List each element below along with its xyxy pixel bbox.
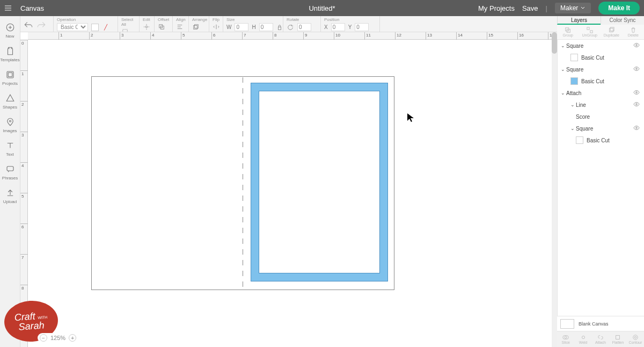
tool-label: Templates — [0, 57, 19, 62]
height-label: H — [252, 24, 255, 30]
layer-subgroup[interactable]: ⌄Line — [558, 99, 644, 111]
svg-rect-25 — [616, 336, 620, 339]
canvas-swatch — [560, 319, 574, 329]
layer-item[interactable]: Score — [558, 111, 644, 122]
duplicate-button[interactable]: Duplicate — [601, 25, 623, 39]
tool-templates[interactable]: Templates — [0, 43, 20, 67]
contour-button[interactable]: Contour — [627, 331, 644, 347]
tool-phrases[interactable]: Phrases — [0, 161, 20, 185]
rotate-icon — [287, 24, 294, 31]
svg-rect-5 — [194, 25, 198, 28]
canvas[interactable] — [28, 40, 557, 347]
rotate-input[interactable] — [297, 23, 311, 31]
blank-canvas-label: Blank Canvas — [579, 321, 609, 327]
layer-item[interactable]: Basic Cut — [558, 52, 644, 63]
tool-label: New — [5, 34, 14, 39]
lock-aspect-icon[interactable] — [276, 24, 283, 31]
visibility-icon[interactable] — [633, 101, 641, 109]
width-input[interactable] — [235, 23, 248, 31]
tab-colorsync[interactable]: Color Sync — [601, 16, 644, 25]
arrange-button[interactable] — [192, 23, 200, 31]
y-label: Y — [348, 24, 352, 30]
arrange-label: Arrange — [192, 17, 206, 22]
svg-rect-6 — [278, 27, 281, 30]
size-label: Size — [226, 17, 280, 22]
edit-label: Edit — [143, 17, 151, 22]
svg-point-20 — [636, 92, 638, 93]
svg-rect-16 — [610, 28, 613, 32]
slice-button[interactable]: Slice — [557, 331, 574, 347]
svg-point-22 — [636, 127, 638, 129]
tool-label: Upload — [3, 199, 17, 204]
menu-button[interactable] — [0, 0, 16, 16]
height-input[interactable] — [259, 23, 273, 31]
tool-projects[interactable]: Projects — [0, 67, 20, 90]
svg-rect-4 — [194, 25, 197, 29]
ruler-horizontal: 1234567891011121314151617 — [28, 32, 557, 40]
zoom-out-button[interactable]: − — [40, 334, 47, 342]
visibility-icon[interactable] — [633, 89, 641, 97]
flatten-button[interactable]: Flatten — [609, 331, 626, 347]
svg-point-10 — [9, 120, 11, 122]
tool-label: Shapes — [3, 105, 17, 110]
right-panel-tabs: Layers Color Sync — [557, 16, 644, 25]
machine-label: Maker — [560, 4, 578, 12]
svg-point-19 — [636, 68, 638, 70]
edit-toolbar: Operation Basic Cut ╱ Select All Edit Of… — [20, 16, 557, 32]
swatch — [576, 136, 583, 144]
undo-button[interactable] — [24, 21, 33, 29]
tool-label: Text — [6, 152, 14, 157]
vertical-scrollbar[interactable] — [552, 32, 557, 347]
layer-group[interactable]: ⌄Square — [558, 63, 644, 75]
layer-group[interactable]: ⌄Attach — [558, 87, 644, 99]
offset-button[interactable] — [158, 23, 165, 31]
delete-button[interactable]: Delete — [623, 25, 645, 39]
scrollbar-thumb[interactable] — [552, 32, 557, 54]
visibility-icon[interactable] — [633, 42, 641, 49]
y-input[interactable] — [355, 23, 369, 31]
zoom-value: 125% — [50, 335, 65, 341]
my-projects-link[interactable]: My Projects — [478, 4, 515, 12]
edit-button[interactable] — [143, 23, 150, 31]
align-button[interactable] — [176, 23, 184, 31]
svg-rect-9 — [8, 73, 12, 77]
weld-button[interactable]: Weld — [574, 331, 591, 347]
zoom-control: − 125% + — [38, 333, 78, 343]
operation-select[interactable]: Basic Cut — [57, 23, 88, 31]
canvas-material-footer[interactable]: Blank Canvas — [557, 316, 644, 331]
tool-label: Phrases — [2, 176, 18, 180]
layer-item[interactable]: Basic Cut — [558, 75, 644, 87]
tool-shapes[interactable]: Shapes — [0, 90, 20, 114]
canvas-stage: 1234567891011121314151617 012345678 — [20, 32, 557, 347]
attach-button[interactable]: Attach — [592, 331, 609, 347]
layer-item[interactable]: Basic Cut — [558, 134, 644, 146]
linetype-icon[interactable]: ╱ — [102, 24, 109, 31]
color-chip[interactable] — [91, 24, 99, 31]
operation-label: Operation — [57, 17, 114, 22]
layer-subgroup[interactable]: ⌄Square — [558, 122, 644, 134]
zoom-in-button[interactable]: + — [69, 334, 76, 342]
save-button[interactable]: Save — [522, 4, 538, 12]
ungroup-button[interactable]: UnGroup — [579, 25, 601, 39]
flip-button[interactable] — [213, 23, 219, 31]
svg-rect-17 — [611, 27, 614, 31]
position-label: Position — [324, 17, 376, 22]
group-button[interactable]: Group — [557, 25, 579, 39]
tool-images[interactable]: Images — [0, 114, 20, 138]
tool-new[interactable]: New — [0, 19, 20, 43]
offset-label: Offset — [158, 17, 169, 22]
x-input[interactable] — [331, 23, 345, 31]
make-it-button[interactable]: Make It — [598, 2, 640, 15]
tool-text[interactable]: Text — [0, 138, 20, 161]
svg-rect-2 — [159, 25, 163, 28]
visibility-icon[interactable] — [633, 66, 641, 73]
tool-upload[interactable]: Upload — [0, 185, 20, 208]
svg-point-26 — [633, 335, 638, 340]
visibility-icon[interactable] — [633, 125, 641, 132]
shape-blue-frame[interactable] — [251, 83, 388, 281]
layer-group[interactable]: ⌄Square — [558, 40, 644, 52]
tab-layers[interactable]: Layers — [557, 16, 601, 25]
top-bar: Canvas Untitled* My Projects Save | Make… — [0, 0, 644, 16]
machine-selector[interactable]: Maker — [555, 3, 591, 13]
redo-button[interactable] — [36, 21, 46, 29]
